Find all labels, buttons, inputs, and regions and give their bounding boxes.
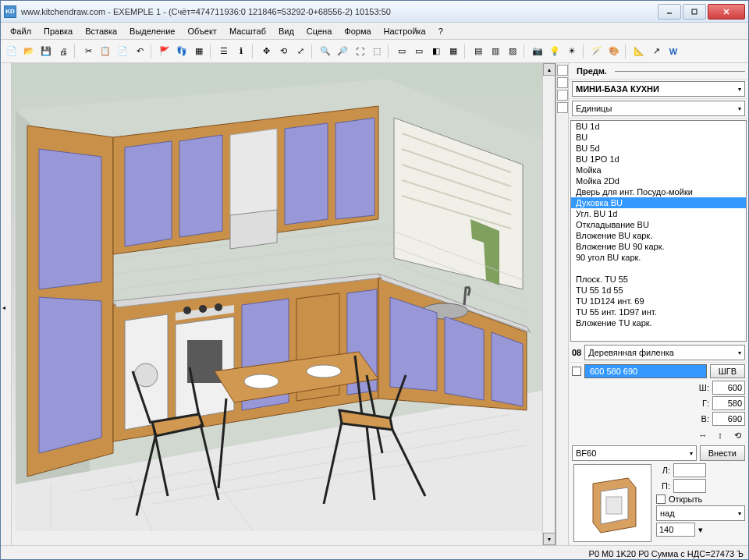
code-combo[interactable]: BF60▾ bbox=[572, 445, 697, 461]
material-combo[interactable]: Деревянная филенка▾ bbox=[584, 345, 745, 360]
list-item[interactable]: BU 1d bbox=[571, 121, 746, 132]
rotate-icon[interactable]: ⟲ bbox=[275, 44, 291, 59]
l-input[interactable] bbox=[673, 463, 706, 477]
light-icon[interactable]: 💡 bbox=[547, 44, 563, 59]
list-item[interactable] bbox=[571, 263, 746, 274]
list-item[interactable]: Вложение BU карк. bbox=[571, 230, 746, 241]
catalog-combo[interactable]: МИНИ-БАЗА КУХНИ▾ bbox=[572, 81, 745, 97]
list-item[interactable]: Откладывание BU bbox=[571, 219, 746, 230]
menu-scene[interactable]: Сцена bbox=[300, 25, 338, 37]
list-item[interactable]: WU bbox=[571, 339, 746, 342]
save-icon[interactable]: 💾 bbox=[38, 44, 54, 59]
new-file-icon[interactable]: 📄 bbox=[4, 44, 20, 59]
menu-view[interactable]: Вид bbox=[272, 25, 300, 37]
render-icon[interactable]: 🎨 bbox=[606, 44, 622, 59]
list-item[interactable]: Духовка BU bbox=[571, 197, 746, 208]
flip-v-icon[interactable]: ↕ bbox=[712, 427, 728, 443]
dims-checkbox[interactable] bbox=[572, 367, 581, 376]
h-label: В: bbox=[695, 414, 709, 424]
side-tool-4[interactable] bbox=[557, 102, 568, 113]
items-listbox[interactable]: BU 1dBUBU 5dBU 1PO 1dМойкаМойка 2DdДверь… bbox=[570, 120, 747, 342]
list-item[interactable]: Вложение TU карк. bbox=[571, 317, 746, 328]
arrow-icon[interactable]: ↗ bbox=[648, 44, 664, 59]
zoom-out-icon[interactable]: 🔎 bbox=[335, 44, 350, 59]
open-checkbox[interactable] bbox=[656, 494, 666, 504]
view-front-icon[interactable]: ▭ bbox=[411, 44, 427, 59]
close-button[interactable] bbox=[708, 4, 745, 19]
menu-selection[interactable]: Выделение bbox=[123, 25, 181, 37]
list-item[interactable]: BU 1PO 1d bbox=[571, 154, 746, 165]
offset-input[interactable] bbox=[656, 523, 695, 537]
left-strip[interactable]: ◂ bbox=[1, 63, 12, 545]
view-top-icon[interactable]: ▭ bbox=[394, 44, 410, 59]
copy-icon[interactable]: 📋 bbox=[98, 44, 113, 59]
track-icon[interactable]: 👣 bbox=[174, 44, 190, 59]
menu-file[interactable]: Файл bbox=[4, 25, 37, 37]
shgv-button[interactable]: ШГВ bbox=[710, 364, 745, 378]
list-icon[interactable]: ☰ bbox=[216, 44, 232, 59]
zoom-window-icon[interactable]: ⬚ bbox=[369, 44, 385, 59]
list-item[interactable]: Мойка bbox=[571, 165, 746, 175]
svg-point-41 bbox=[199, 305, 207, 313]
list-item[interactable] bbox=[571, 328, 746, 339]
info-icon[interactable]: ℹ bbox=[233, 44, 249, 59]
side-tool-2[interactable] bbox=[557, 77, 568, 88]
width-input[interactable] bbox=[712, 381, 745, 395]
grid-icon[interactable]: ▦ bbox=[191, 44, 207, 59]
list-item[interactable]: BU bbox=[571, 132, 746, 143]
dim-icon[interactable]: 📐 bbox=[631, 44, 647, 59]
layer-icon[interactable]: ▤ bbox=[470, 44, 486, 59]
menu-insert[interactable]: Вставка bbox=[79, 25, 123, 37]
svg-marker-14 bbox=[39, 149, 101, 289]
side-tool-1[interactable] bbox=[557, 65, 568, 76]
wand-icon[interactable]: 🪄 bbox=[589, 44, 605, 59]
insert-button[interactable]: Внести bbox=[700, 445, 745, 461]
word-icon[interactable]: W bbox=[666, 44, 681, 59]
zoom-fit-icon[interactable]: ⛶ bbox=[352, 44, 367, 59]
list-item[interactable]: TU 55 инт. 1D97 инт. bbox=[571, 307, 746, 317]
sun-icon[interactable]: ☀ bbox=[564, 44, 580, 59]
list-item[interactable]: TU 55 1d 55 bbox=[571, 285, 746, 296]
flag-icon[interactable]: 🚩 bbox=[157, 44, 172, 59]
print-icon[interactable]: 🖨 bbox=[55, 44, 71, 59]
height-input[interactable] bbox=[712, 412, 745, 426]
over-combo[interactable]: над▾ bbox=[656, 505, 745, 521]
menu-help[interactable]: ? bbox=[432, 25, 449, 37]
flip-h-icon[interactable]: ↔ bbox=[695, 427, 711, 443]
list-item[interactable]: TU 1D124 инт. 69 bbox=[571, 296, 746, 307]
open-file-icon[interactable]: 📂 bbox=[21, 44, 37, 59]
list-item[interactable]: Плоск. TU 55 bbox=[571, 274, 746, 285]
texture-icon[interactable]: ▨ bbox=[505, 44, 520, 59]
move-icon[interactable]: ✥ bbox=[258, 44, 274, 59]
list-item[interactable]: Вложение BU 90 карк. bbox=[571, 241, 746, 252]
list-item[interactable]: Мойка 2Dd bbox=[571, 175, 746, 186]
menu-object[interactable]: Объект bbox=[181, 25, 222, 37]
view-wire-icon[interactable]: ▦ bbox=[445, 44, 461, 59]
depth-input[interactable] bbox=[712, 396, 745, 410]
menu-settings[interactable]: Настройка bbox=[378, 25, 432, 37]
viewport-scrollbar-v[interactable]: ▴▾ bbox=[542, 63, 555, 545]
paste-icon[interactable]: 📄 bbox=[115, 44, 130, 59]
undo-icon[interactable]: ↶ bbox=[132, 44, 147, 59]
minimize-button[interactable] bbox=[658, 4, 681, 19]
maximize-button[interactable] bbox=[683, 4, 706, 19]
scale-icon[interactable]: ⤢ bbox=[293, 44, 308, 59]
svg-point-58 bbox=[244, 374, 279, 388]
menu-scale[interactable]: Масштаб bbox=[223, 25, 272, 37]
list-item[interactable]: BU 5d bbox=[571, 143, 746, 154]
menu-form[interactable]: Форма bbox=[338, 25, 377, 37]
menu-edit[interactable]: Правка bbox=[37, 25, 79, 37]
list-item[interactable]: Угл. BU 1d bbox=[571, 208, 746, 219]
view-3d-icon[interactable]: ◧ bbox=[428, 44, 444, 59]
camera-icon[interactable]: 📷 bbox=[530, 44, 545, 59]
list-item[interactable]: 90 угол BU карк. bbox=[571, 252, 746, 263]
layer2-icon[interactable]: ▥ bbox=[488, 44, 503, 59]
side-tool-3[interactable] bbox=[557, 90, 568, 101]
cut-icon[interactable]: ✂ bbox=[80, 44, 96, 59]
zoom-in-icon[interactable]: 🔍 bbox=[318, 44, 333, 59]
list-item[interactable]: Дверь для инт. Посудо-мойки bbox=[571, 186, 746, 197]
units-combo[interactable]: Единицы▾ bbox=[572, 101, 745, 116]
p-input[interactable] bbox=[673, 479, 706, 493]
rotate-icon-2[interactable]: ⟲ bbox=[729, 427, 745, 443]
viewport-3d[interactable] bbox=[12, 63, 542, 545]
